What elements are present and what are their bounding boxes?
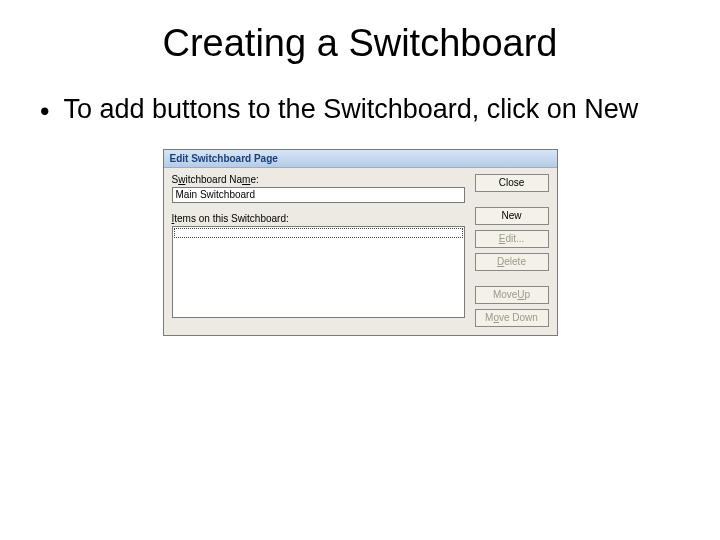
dialog-titlebar: Edit Switchboard Page <box>164 150 557 168</box>
close-button-label: Close <box>499 177 525 188</box>
delete-button[interactable]: Delete <box>475 253 549 271</box>
edit-button[interactable]: Edit... <box>475 230 549 248</box>
list-focus-row <box>174 228 463 238</box>
bullet-text: To add buttons to the Switchboard, click… <box>63 93 638 127</box>
move-up-button[interactable]: Move Up <box>475 286 549 304</box>
bullet-item: • To add buttons to the Switchboard, cli… <box>40 93 680 129</box>
new-button-label: New <box>501 210 521 221</box>
slide-title: Creating a Switchboard <box>0 22 720 65</box>
close-button[interactable]: Close <box>475 174 549 192</box>
bullet-dot-icon: • <box>40 95 49 129</box>
new-button[interactable]: New <box>475 207 549 225</box>
move-down-button[interactable]: Move Down <box>475 309 549 327</box>
items-listbox[interactable] <box>172 226 465 318</box>
switchboard-name-label: Switchboard Name: <box>172 174 465 185</box>
items-list-label: Items on this Switchboard: <box>172 213 465 224</box>
edit-switchboard-dialog: Edit Switchboard Page Switchboard Name: … <box>163 149 558 336</box>
switchboard-name-input[interactable] <box>172 187 465 203</box>
